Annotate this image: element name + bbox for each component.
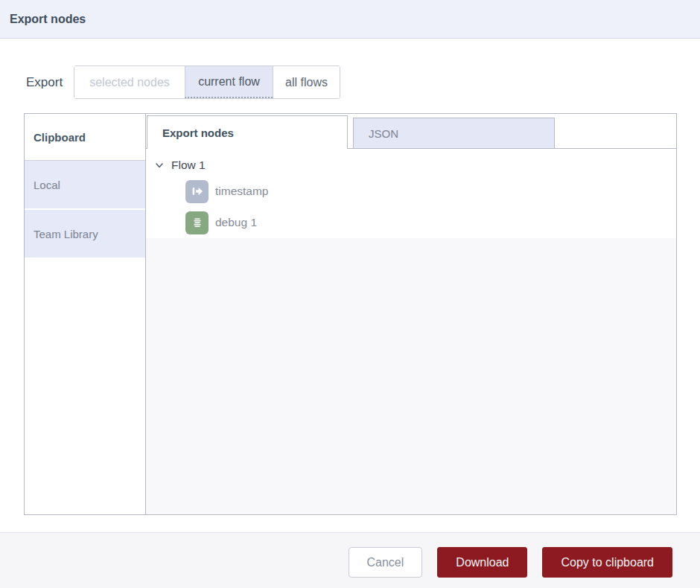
export-nodes-dialog: Export nodes Export selected nodes curre…: [0, 0, 700, 588]
tab-label: Export nodes: [162, 127, 234, 139]
sidebar-header-label: Clipboard: [34, 131, 86, 144]
scope-all-flows-button[interactable]: all flows: [273, 66, 340, 98]
tree-row-flow[interactable]: Flow 1: [146, 155, 676, 176]
tree-empty-area: [146, 238, 676, 514]
sidebar-item-label: Local: [34, 179, 60, 191]
tree-row-node[interactable]: timestamp: [146, 176, 676, 207]
sidebar-header: Clipboard: [25, 114, 145, 160]
dialog-header: Export nodes: [0, 0, 700, 39]
tree-row-node[interactable]: debug 1: [146, 207, 676, 238]
cancel-button[interactable]: Cancel: [349, 547, 423, 578]
inject-arrow-icon: [185, 180, 209, 203]
chevron-down-icon[interactable]: [153, 159, 166, 172]
dialog-title: Export nodes: [10, 13, 86, 26]
copy-to-clipboard-button[interactable]: Copy to clipboard: [542, 547, 672, 578]
sidebar-item-label: Team Library: [34, 228, 98, 240]
sidebar-items: Local Team Library: [25, 160, 145, 259]
sidebar-item-team-library[interactable]: Team Library: [25, 210, 145, 258]
export-scope-group: selected nodes current flow all flows: [74, 65, 340, 99]
flow-label: Flow 1: [171, 159, 206, 172]
scope-current-flow-button[interactable]: current flow: [185, 66, 273, 98]
tab-json[interactable]: JSON: [353, 118, 555, 148]
export-scope-label: Export: [26, 65, 63, 99]
scope-selected-nodes-button[interactable]: selected nodes: [74, 66, 185, 98]
node-label: debug 1: [215, 216, 257, 229]
export-main-panel: Export nodes JSON Flow 1: [146, 114, 676, 514]
node-label: timestamp: [215, 185, 269, 198]
sidebar-item-local[interactable]: Local: [25, 161, 145, 208]
tab-export-nodes[interactable]: Export nodes: [147, 115, 348, 149]
debug-lines-icon: [185, 211, 209, 234]
tab-label: JSON: [369, 127, 398, 140]
dialog-footer: Cancel Download Copy to clipboard: [0, 532, 700, 588]
node-tree: Flow 1 timestamp: [146, 149, 676, 514]
export-tabbar: Export nodes JSON: [146, 114, 676, 149]
download-button[interactable]: Download: [437, 547, 527, 578]
library-sidebar: Clipboard Local Team Library: [25, 114, 146, 514]
library-panel: Clipboard Local Team Library Export node…: [24, 113, 677, 515]
